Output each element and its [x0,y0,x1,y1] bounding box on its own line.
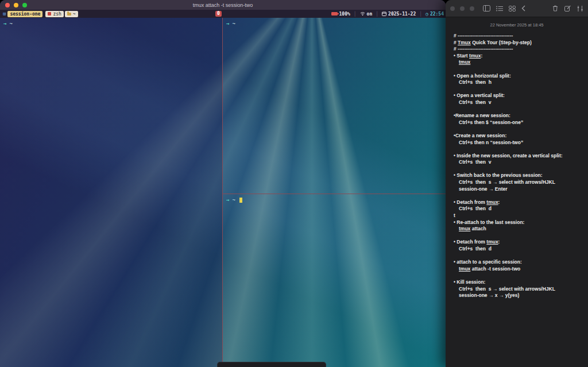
prompt-path: ~ [232,21,235,26]
note-line: • Detach from tmux: [454,199,582,206]
prompt-path: ~ [232,197,235,203]
note-line [454,192,582,199]
note-line: • Open a vertical split: [454,92,582,99]
note-line: • Inside the new session, create a verti… [454,153,582,160]
note-line [454,126,582,133]
note-line: • Switch back to the previous session: [454,172,582,179]
note-line: # Tmux Quick Tour (Step-by-step) [454,40,582,47]
divider: │ [354,11,357,17]
pane-divider-vertical[interactable] [222,18,223,367]
note-line: # ---------------------------------- [454,46,582,53]
terminal-content: → ~ → ~ → ~ [0,18,446,367]
trash-icon[interactable] [552,5,558,11]
tmux-status-bar: ⊞ session-one zsh ~ 0 100% │ on │ 2025-1… [0,10,446,18]
prompt-path: ~ [9,21,12,26]
note-line: Ctrl+s then s → select with arrows/HJKL [454,179,582,186]
list-view-icon[interactable] [496,6,503,11]
shell-icon [48,12,51,16]
note-line: tmux [454,59,582,66]
window-grid-icon: ⊞ [2,11,7,17]
prompt-arrow: → [3,21,6,26]
note-line [454,272,582,279]
calendar-icon [382,11,386,16]
status-right: 100% │ on │ 2025-11-22 │ ◷ 22:54 [331,11,444,17]
minimize-button-inactive[interactable] [460,6,465,11]
compose-icon[interactable] [564,5,571,11]
terminal-titlebar[interactable]: tmux attach -t session-two [0,0,446,10]
shell-prompt: → ~ [223,194,446,203]
terminal-cursor [239,198,242,203]
note-line: •Create a new session: [454,133,582,140]
desktop: tmux attach -t session-two ⊞ session-one… [0,0,588,367]
tmux-pane-left[interactable]: → ~ [0,18,222,367]
prompt-arrow: → [226,21,229,26]
wifi-icon [360,11,365,16]
note-line: t [454,213,582,219]
close-button-inactive[interactable] [450,6,455,11]
note-line: • Re-attach to the last session: [454,219,582,226]
note-line: Ctrl+s then n “session-two” [454,140,582,146]
prompt-arrow: → [226,197,229,203]
shell-prompt: → ~ [223,18,446,26]
window-flag-badge: 0 [215,11,222,17]
note-line [454,146,582,153]
divider: │ [419,11,422,17]
pane-divider-horizontal[interactable] [222,194,446,194]
notes-window: 22 November 2025 at 18:45 # ------------… [446,0,588,367]
window-title: tmux attach -t session-two [0,2,446,8]
note-line: session-one → Enter [454,186,582,193]
note-line [454,86,582,93]
note-line: • Start tmux: [454,53,582,60]
note-line: Ctrl+s then d [454,246,582,253]
window-tab-zsh[interactable]: zsh [45,11,63,17]
note-line: tmux attach [454,226,582,233]
notes-toolbar[interactable] [446,0,588,17]
note-line: Ctrl+s then h [454,79,582,86]
note-line: tmux attach -t session-two [454,266,582,273]
battery-icon [331,12,338,16]
tmux-pane-top-right[interactable]: → ~ [223,18,446,194]
note-line: • Kill session: [454,279,582,286]
battery-indicator: 100% [331,11,350,17]
note-line: Ctrl+s then d [454,206,582,213]
note-line: # ---------------------------------- [454,33,582,40]
sidebar-toggle-icon[interactable] [483,5,490,11]
note-body: # ----------------------------------# Tm… [446,28,588,299]
note-line: • Open a horizontal split: [454,73,582,80]
session-name-badge: session-one [7,11,42,17]
clock-icon: ◷ [425,11,428,17]
note-line [454,233,582,239]
tmux-pane-bottom-right[interactable]: → ~ [223,194,446,367]
sliders-icon[interactable] [577,6,583,11]
note-line [454,166,582,173]
clock-indicator: ◷ 22:54 [425,11,444,17]
note-line [454,66,582,73]
wifi-indicator: on [360,11,373,17]
note-editor[interactable]: 22 November 2025 at 18:45 # ------------… [446,18,588,367]
note-date: 22 November 2025 at 18:45 [446,22,588,28]
note-line: •Rename a new session: [454,113,582,119]
note-line: Ctrl+s then v [454,159,582,166]
dock-hint[interactable] [217,362,326,367]
note-line [454,253,582,260]
divider: │ [376,11,378,17]
zoom-button-inactive[interactable] [470,6,474,11]
terminal-window: tmux attach -t session-two ⊞ session-one… [0,0,446,367]
back-chevron-icon[interactable] [521,5,525,11]
note-line: Ctrl+s then $ “session-one” [454,119,582,126]
gallery-view-icon[interactable] [509,6,516,11]
note-line [454,106,582,113]
path-segment: ~ [65,11,78,17]
note-line: Ctrl+s then s → select with arrows/HJKL [454,286,582,293]
note-line: Ctrl+s then v [454,99,582,106]
folder-icon [67,13,71,16]
shell-prompt: → ~ [0,18,222,26]
note-line: • attach to a specific session: [454,259,582,266]
note-line: session-one → x → y(yes) [454,292,582,299]
date-indicator: 2025-11-22 [382,11,416,17]
note-line: • Detach from tmux: [454,239,582,246]
